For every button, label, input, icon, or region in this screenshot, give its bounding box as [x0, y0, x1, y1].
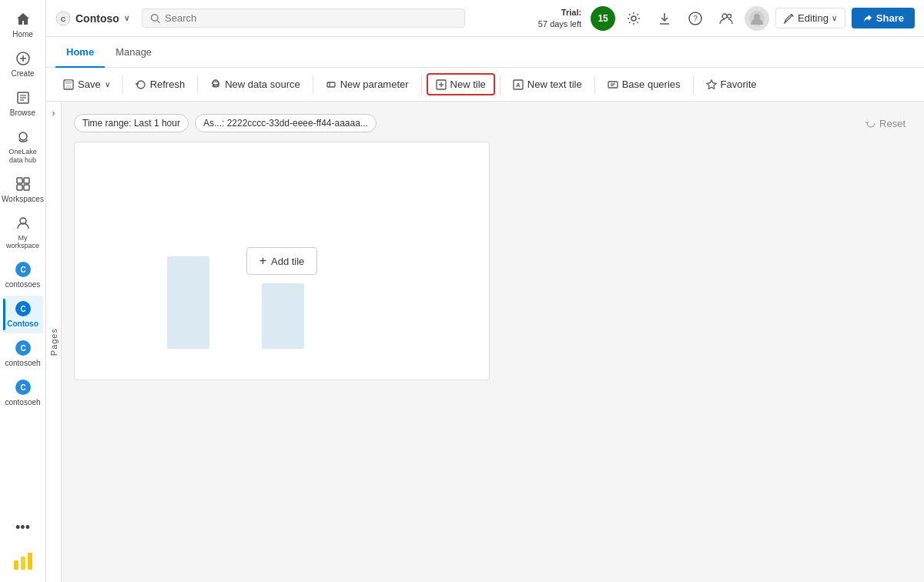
- powerbi-logo: [3, 545, 43, 576]
- search-icon: [150, 13, 160, 24]
- favorite-label: Favorite: [721, 79, 757, 90]
- app-title: Contoso: [75, 12, 119, 25]
- svg-text:C: C: [20, 266, 25, 274]
- new-data-source-button[interactable]: New data source: [203, 75, 308, 94]
- new-tile-button[interactable]: New tile: [427, 73, 495, 95]
- svg-text:C: C: [20, 383, 25, 392]
- sidebar-more-button[interactable]: •••: [9, 513, 36, 542]
- toolbar-sep-1: [122, 75, 123, 94]
- pages-panel[interactable]: › Pages: [46, 102, 62, 582]
- share-button[interactable]: Share: [852, 8, 915, 28]
- time-range-filter[interactable]: Time range: Last 1 hour: [74, 114, 189, 132]
- sidebar-item-home-label: Home: [12, 30, 33, 39]
- sidebar-item-create[interactable]: Create: [3, 45, 43, 83]
- sidebar-item-contoso-label: Contoso: [7, 319, 38, 329]
- user-avatar[interactable]: [745, 6, 769, 31]
- notification-button[interactable]: 15: [591, 6, 615, 31]
- save-label: Save: [78, 79, 101, 90]
- filter-bar: Time range: Last 1 hour As...: 2222cccc-…: [74, 114, 912, 132]
- tab-home[interactable]: Home: [55, 37, 105, 68]
- new-text-tile-button[interactable]: A New text tile: [505, 75, 590, 94]
- sidebar-item-contoso[interactable]: C Contoso: [3, 296, 43, 333]
- sidebar-item-contosoeh2[interactable]: C contosoeh: [3, 374, 43, 412]
- svg-rect-11: [24, 185, 29, 190]
- settings-button[interactable]: [621, 6, 646, 31]
- svg-point-34: [728, 14, 732, 18]
- svg-rect-23: [28, 553, 32, 570]
- sidebar-item-onelake[interactable]: OneLakedata hub: [3, 124, 43, 169]
- sidebar-item-contosoeh1[interactable]: C contosoeh: [3, 335, 43, 373]
- sidebar-item-workspaces-label: Workspaces: [2, 195, 44, 204]
- home-icon: [15, 11, 32, 28]
- svg-rect-51: [608, 82, 618, 88]
- editing-label: Editing: [798, 12, 829, 24]
- notification-count: 15: [598, 13, 608, 24]
- help-button[interactable]: ?: [683, 6, 708, 31]
- svg-text:C: C: [61, 15, 66, 23]
- editing-button[interactable]: Editing ∨: [775, 8, 845, 28]
- search-input[interactable]: [165, 12, 457, 24]
- reset-button[interactable]: Reset: [859, 115, 912, 132]
- new-parameter-button[interactable]: New parameter: [318, 75, 417, 94]
- download-button[interactable]: [652, 6, 677, 31]
- parameter-icon: [326, 79, 336, 90]
- chart-bar-1: [167, 256, 209, 349]
- trial-days: 57 days left: [538, 18, 581, 29]
- contosoeh2-icon: C: [15, 379, 32, 396]
- sidebar-item-browse-label: Browse: [10, 109, 35, 118]
- tab-manage[interactable]: Manage: [105, 37, 162, 68]
- datasource-icon: [210, 79, 221, 90]
- refresh-button[interactable]: Refresh: [128, 75, 193, 94]
- svg-point-41: [213, 80, 219, 86]
- favorite-button[interactable]: Favorite: [698, 75, 765, 94]
- reset-label: Reset: [879, 118, 906, 129]
- search-box[interactable]: [142, 8, 465, 28]
- asset-filter[interactable]: As...: 2222cccc-33dd-eeee-ff44-aaaaa...: [195, 114, 377, 132]
- people-button[interactable]: [714, 6, 738, 31]
- svg-point-26: [151, 14, 158, 21]
- favorite-icon: [706, 79, 717, 90]
- share-icon: [862, 13, 873, 24]
- add-tile-button[interactable]: + Add tile: [246, 247, 318, 275]
- dashboard-canvas: + Add tile: [74, 142, 490, 380]
- toolbar-sep-3: [313, 75, 313, 94]
- edit-icon: [784, 13, 795, 24]
- browse-icon: [15, 89, 32, 106]
- trial-label: Trial:: [561, 7, 581, 18]
- main-area: C Contoso ∨ Trial: 57 days left 15: [46, 0, 924, 582]
- new-tile-label: New tile: [450, 79, 486, 90]
- workspace: › Pages Time range: Last 1 hour As...: 2…: [46, 102, 924, 582]
- sidebar-item-myworkspace[interactable]: Myworkspace: [3, 210, 43, 256]
- sidebar-item-browse[interactable]: Browse: [3, 85, 43, 122]
- content-area: Home Manage Save ∨: [46, 37, 924, 582]
- new-data-source-label: New data source: [225, 79, 300, 90]
- sidebar-item-home[interactable]: Home: [3, 6, 43, 44]
- sidebar-item-contosoeh2-label: contosoeh: [5, 398, 40, 407]
- toolbar-sep-6: [594, 75, 595, 94]
- svg-rect-10: [17, 185, 22, 190]
- sidebar-item-onelake-label: OneLakedata hub: [8, 148, 37, 165]
- share-label: Share: [876, 12, 904, 24]
- save-chevron-icon: ∨: [105, 80, 110, 89]
- svg-text:C: C: [20, 305, 25, 313]
- contosoeh1-icon: C: [15, 340, 32, 356]
- sidebar-item-workspaces[interactable]: Workspaces: [3, 171, 43, 209]
- refresh-label: Refresh: [150, 79, 186, 90]
- contoso-icon: C: [15, 300, 32, 317]
- svg-line-27: [157, 20, 159, 22]
- app-chevron-icon: ∨: [124, 14, 129, 22]
- toolbar-sep-5: [500, 75, 500, 94]
- editing-chevron-icon: ∨: [832, 14, 837, 22]
- base-queries-button[interactable]: Base queries: [600, 75, 688, 94]
- pages-expand-icon: ›: [52, 108, 55, 119]
- help-icon: ?: [688, 12, 702, 25]
- myworkspace-icon: [15, 215, 32, 232]
- app-logo[interactable]: C Contoso ∨: [55, 11, 129, 26]
- sidebar: Home Create Browse: [0, 0, 46, 582]
- sidebar-item-contosoes1[interactable]: C contosoes: [3, 256, 43, 294]
- save-button[interactable]: Save ∨: [55, 75, 118, 94]
- new-text-tile-label: New text tile: [527, 79, 582, 90]
- svg-text:A: A: [516, 82, 521, 89]
- svg-rect-40: [65, 85, 72, 89]
- toolbar-sep-7: [693, 75, 694, 94]
